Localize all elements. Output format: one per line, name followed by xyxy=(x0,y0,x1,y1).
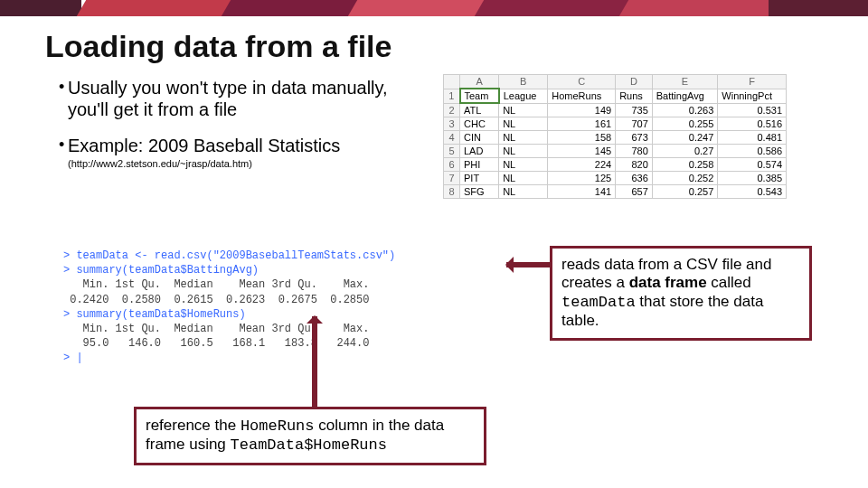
callout-column-ref: reference the HomeRuns column in the dat… xyxy=(134,407,486,465)
header-row: 1 Team League HomeRuns Runs BattingAvg W… xyxy=(444,89,787,103)
spreadsheet-preview: AB CD EF 1 Team League HomeRuns Runs Bat… xyxy=(443,74,787,199)
bullet-2-note: (http://www2.stetson.edu/~jrasp/data.htm… xyxy=(68,158,340,170)
bullet-2-text: Example: 2009 Baseball Statistics xyxy=(68,136,340,155)
data-row: 7PITNL1256360.2520.385 xyxy=(444,172,787,185)
data-row: 6PHINL2248200.2580.574 xyxy=(444,158,787,172)
bullet-1-text: Usually you won't type in data manually,… xyxy=(68,77,429,120)
data-row: 2ATLNL1497350.2630.531 xyxy=(444,103,787,117)
slide-title: Loading data from a file xyxy=(45,29,868,64)
arrow-to-homeruns xyxy=(312,316,317,407)
col-letters-row: AB CD EF xyxy=(444,75,787,89)
arrow-to-readcsv xyxy=(506,262,550,267)
data-row: 8SFGNL1416570.2570.543 xyxy=(444,185,787,199)
r-console-output: > teamData <- read.csv("2009BaseballTeam… xyxy=(63,249,520,366)
callout-dataframe: reads data from a CSV file and creates a… xyxy=(550,246,812,341)
data-row: 5LADNL1457800.270.586 xyxy=(444,145,787,158)
data-row: 4CINNL1586730.2470.481 xyxy=(444,131,787,145)
decorative-banner xyxy=(0,0,868,16)
data-row: 3CHCNL1617070.2550.516 xyxy=(444,117,787,131)
